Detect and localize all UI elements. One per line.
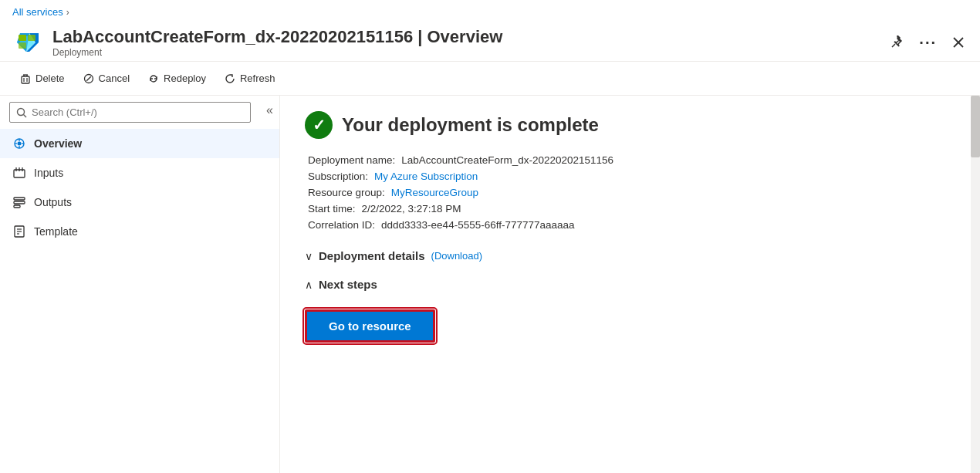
- refresh-button[interactable]: Refresh: [217, 68, 283, 89]
- resource-group-link[interactable]: MyResourceGroup: [391, 187, 478, 198]
- pin-button[interactable]: [887, 32, 907, 52]
- svg-rect-31: [14, 205, 20, 208]
- sidebar-item-template[interactable]: Template: [0, 217, 279, 246]
- overview-icon: [12, 137, 26, 150]
- next-steps-header[interactable]: ∧ Next steps: [305, 278, 955, 291]
- template-icon: [12, 225, 26, 238]
- start-time-label: Start time:: [308, 203, 356, 215]
- svg-rect-4: [19, 35, 26, 41]
- details-grid: Deployment name: LabAccountCreateForm_dx…: [305, 154, 955, 231]
- search-input[interactable]: [32, 106, 244, 118]
- correlation-id-row: Correlation ID: dddd3333-ee44-5555-66ff-…: [308, 219, 955, 231]
- download-link[interactable]: (Download): [431, 250, 482, 262]
- deployment-name-row: Deployment name: LabAccountCreateForm_dx…: [308, 154, 955, 166]
- success-icon: ✓: [305, 111, 333, 139]
- delete-label: Delete: [35, 73, 65, 84]
- content-area: ✓ Your deployment is complete Deployment…: [280, 96, 980, 473]
- sidebar: « Overview Inputs Outputs Template: [0, 96, 280, 473]
- sidebar-inputs-label: Inputs: [34, 167, 63, 179]
- svg-point-17: [18, 108, 25, 115]
- more-button[interactable]: ···: [916, 31, 940, 55]
- close-button[interactable]: [949, 33, 968, 52]
- sidebar-item-overview[interactable]: Overview: [0, 129, 279, 158]
- refresh-icon: [225, 73, 235, 84]
- delete-icon: [20, 73, 31, 84]
- next-steps-title: Next steps: [319, 278, 377, 291]
- delete-button[interactable]: Delete: [12, 68, 73, 89]
- breadcrumb-chevron: ›: [66, 7, 69, 18]
- svg-point-20: [18, 142, 22, 146]
- svg-line-18: [24, 114, 27, 117]
- subscription-label: Subscription:: [308, 171, 368, 182]
- main-layout: « Overview Inputs Outputs Template: [0, 96, 980, 473]
- deployment-complete-title: Your deployment is complete: [342, 114, 599, 136]
- next-steps-section: ∧ Next steps Go to resource: [305, 278, 955, 343]
- svg-rect-30: [14, 201, 25, 204]
- start-time-value: 2/2/2022, 3:27:18 PM: [362, 203, 461, 215]
- next-steps-chevron: ∧: [305, 279, 313, 291]
- redeploy-button[interactable]: Redeploy: [140, 68, 214, 89]
- subscription-row: Subscription: My Azure Subscription: [308, 171, 955, 182]
- svg-rect-5: [28, 35, 35, 41]
- deployment-name-label: Deployment name:: [308, 154, 395, 166]
- sidebar-overview-label: Overview: [34, 137, 82, 150]
- header-actions: ···: [887, 31, 968, 55]
- deployment-details-title: Deployment details: [319, 249, 425, 262]
- deployment-details-section-header[interactable]: ∨ Deployment details (Download): [305, 249, 955, 262]
- start-time-row: Start time: 2/2/2022, 3:27:18 PM: [308, 203, 955, 215]
- close-icon: [952, 36, 965, 49]
- all-services-link[interactable]: All services: [12, 6, 63, 18]
- breadcrumb: All services ›: [0, 0, 980, 24]
- page-subtitle: Deployment: [52, 47, 877, 58]
- page-title: LabAccountCreateForm_dx-20220202151156 |…: [52, 27, 877, 47]
- svg-line-16: [86, 76, 91, 81]
- correlation-id-value: dddd3333-ee44-5555-66ff-777777aaaaaa: [381, 219, 574, 231]
- inputs-icon: [12, 166, 26, 180]
- svg-rect-29: [14, 198, 25, 200]
- redeploy-label: Redeploy: [164, 73, 206, 84]
- scrollbar-thumb[interactable]: [971, 96, 980, 157]
- content-wrapper: ✓ Your deployment is complete Deployment…: [305, 111, 955, 343]
- svg-rect-6: [19, 42, 26, 49]
- subscription-link[interactable]: My Azure Subscription: [374, 171, 478, 182]
- search-box[interactable]: [9, 102, 251, 123]
- sidebar-item-outputs[interactable]: Outputs: [0, 188, 279, 217]
- ellipsis-icon: ···: [919, 34, 937, 52]
- cancel-label: Cancel: [99, 73, 130, 84]
- cancel-button[interactable]: Cancel: [76, 68, 137, 89]
- cancel-icon: [83, 73, 94, 84]
- checkmark: ✓: [313, 116, 326, 134]
- sidebar-outputs-label: Outputs: [34, 196, 72, 208]
- svg-rect-9: [22, 76, 29, 83]
- resource-group-label: Resource group:: [308, 187, 385, 198]
- azure-logo-icon: [12, 27, 43, 58]
- deployment-name-value: LabAccountCreateForm_dx-20220202151156: [401, 154, 613, 166]
- azure-svg: [12, 27, 43, 58]
- sidebar-item-inputs[interactable]: Inputs: [0, 158, 279, 188]
- redeploy-icon: [148, 73, 159, 84]
- toolbar: Delete Cancel Redeploy Refresh: [0, 62, 980, 96]
- scrollbar-track: [971, 96, 980, 473]
- title-block: LabAccountCreateForm_dx-20220202151156 |…: [52, 27, 877, 58]
- collapse-sidebar-button[interactable]: «: [260, 100, 279, 120]
- sidebar-template-label: Template: [34, 225, 78, 238]
- go-to-resource-button[interactable]: Go to resource: [305, 309, 435, 343]
- deployment-status: ✓ Your deployment is complete: [305, 111, 955, 139]
- correlation-id-label: Correlation ID:: [308, 219, 375, 231]
- page-header: LabAccountCreateForm_dx-20220202151156 |…: [0, 24, 980, 62]
- resource-group-row: Resource group: MyResourceGroup: [308, 187, 955, 198]
- pin-icon: [890, 35, 904, 49]
- refresh-label: Refresh: [240, 73, 275, 84]
- search-row: «: [0, 96, 279, 129]
- deployment-details-chevron: ∨: [305, 250, 313, 262]
- search-icon: [16, 107, 27, 118]
- outputs-icon: [12, 195, 26, 209]
